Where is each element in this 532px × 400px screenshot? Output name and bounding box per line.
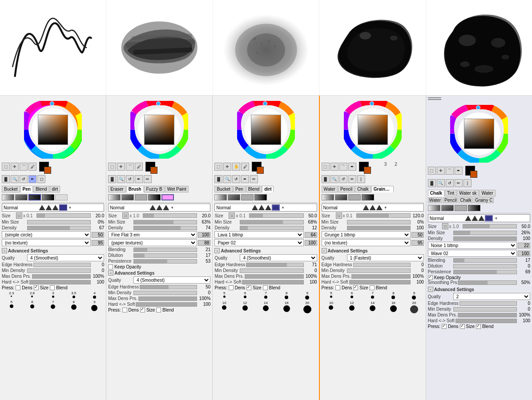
- min-density-slider-3[interactable]: [240, 268, 303, 273]
- density-slider-4[interactable]: [347, 226, 411, 230]
- move-btn-5[interactable]: ✛: [437, 167, 445, 175]
- min-size-slider-4[interactable]: [347, 220, 411, 224]
- edge-hardness-slider-3[interactable]: [246, 263, 303, 267]
- min-size-slider-5[interactable]: [453, 231, 517, 235]
- fill-btn-5[interactable]: ▓: [428, 179, 436, 187]
- press-size-chk-3[interactable]: [246, 285, 251, 290]
- normal-dropdown-5[interactable]: Normal ▼: [428, 214, 530, 222]
- min-density-slider-4[interactable]: [347, 268, 411, 273]
- size-lock-2[interactable]: □: [122, 212, 129, 219]
- brush-tab-pencil-4[interactable]: Pencil: [338, 186, 355, 192]
- normal-dropdown-2[interactable]: Normal ▼: [108, 204, 210, 212]
- fill-btn-2[interactable]: ▓: [108, 175, 116, 183]
- press-dens-chk-5[interactable]: [442, 324, 447, 329]
- sub-tab-grainy-5[interactable]: Grainy C: [474, 197, 494, 203]
- shape-select-3[interactable]: Lava 1 bltmp: [214, 231, 303, 238]
- brush-icon-1a[interactable]: [2, 194, 14, 200]
- pen-btn-2[interactable]: ✒: [135, 175, 143, 183]
- adv-settings-header-1[interactable]: - Advanced Settings: [2, 248, 104, 253]
- max-dens-prs-slider-2[interactable]: [138, 296, 197, 301]
- marker-btn-5[interactable]: |: [463, 179, 472, 187]
- brush-icon-4c[interactable]: [348, 194, 361, 200]
- brush-tab-tint-5[interactable]: Tint: [445, 190, 456, 196]
- select-btn-5[interactable]: ⬚: [428, 167, 436, 175]
- max-dens-prs-slider-5[interactable]: [458, 313, 517, 317]
- press-blend-chk-3[interactable]: [263, 285, 268, 290]
- rotate-tool-btn[interactable]: ↺: [20, 175, 28, 183]
- adv-settings-header-5[interactable]: - Advanced Settings: [428, 287, 530, 292]
- bg-color-5[interactable]: [470, 171, 477, 178]
- size-slider-5[interactable]: [463, 224, 517, 228]
- persistence-slider-5[interactable]: [453, 270, 517, 274]
- brush-tab-dirt-1[interactable]: dirt: [50, 186, 60, 192]
- lasso-tool-btn[interactable]: ⌒: [20, 163, 28, 171]
- lasso-btn-5[interactable]: ⌒: [446, 167, 454, 175]
- adv-settings-header-4[interactable]: - Advanced Settings: [322, 248, 424, 253]
- min-size-slider-3[interactable]: [240, 220, 303, 224]
- brush-tab-bucket-1[interactable]: Bucket: [2, 186, 20, 192]
- texture-select-3[interactable]: Paper 02: [214, 239, 303, 246]
- brush-icon-2c[interactable]: [135, 194, 147, 200]
- quality-select-1[interactable]: 4 (Smoothest): [27, 254, 104, 261]
- brush-tab-watersk-5[interactable]: Water sk: [457, 190, 479, 196]
- bg-color-3[interactable]: [257, 167, 264, 174]
- sub-tab-pencil-5[interactable]: Pencil: [443, 197, 458, 203]
- zoom-tool-btn[interactable]: 🔍: [11, 175, 19, 183]
- press-size-chk-1[interactable]: [34, 285, 39, 290]
- rotate-btn-4[interactable]: ↺: [339, 175, 347, 183]
- hard-soft-slider-4[interactable]: [349, 280, 411, 284]
- edge-hardness-slider-2[interactable]: [140, 285, 197, 289]
- size-lock-3[interactable]: □: [229, 212, 235, 219]
- dilution-slider-2[interactable]: [133, 253, 197, 258]
- fill-btn-3[interactable]: ▓: [214, 175, 222, 183]
- move-tool-btn[interactable]: ✛: [11, 163, 19, 171]
- density-slider-2[interactable]: [133, 226, 197, 230]
- brush-tab-pen-1[interactable]: Pen: [20, 186, 33, 192]
- pencil-btn-4[interactable]: ✏: [348, 175, 356, 183]
- blending-slider-2[interactable]: [133, 248, 197, 252]
- edge-hardness-slider-5[interactable]: [459, 301, 517, 306]
- move-btn-3[interactable]: ✛: [223, 163, 231, 171]
- brush-tab-water-4[interactable]: Water: [322, 186, 338, 192]
- brush-tab-brush-2[interactable]: Brush: [126, 186, 144, 192]
- brush-tab-blend-3[interactable]: Blend: [246, 186, 262, 192]
- size-slider-3[interactable]: [249, 213, 303, 218]
- zoom-btn-5[interactable]: 🔍: [437, 179, 445, 187]
- quality-select-3[interactable]: 4 (Smoothest): [240, 254, 317, 261]
- persistence-slider-2[interactable]: [133, 259, 197, 264]
- select-btn-2[interactable]: ⬚: [108, 163, 116, 171]
- pen-btn-3[interactable]: ✒: [241, 175, 249, 183]
- hard-soft-slider-1[interactable]: [29, 280, 91, 284]
- keep-opacity-chk-2[interactable]: [108, 264, 113, 269]
- edge-hardness-slider-1[interactable]: [33, 263, 91, 267]
- sub-tab-water-5[interactable]: Water: [428, 197, 442, 203]
- fill-tool-btn[interactable]: ▓: [2, 175, 10, 183]
- lasso-btn-4[interactable]: ⌒: [339, 163, 347, 171]
- eraser-tool-btn[interactable]: ◻: [37, 175, 45, 183]
- selection-tool-btn[interactable]: ⬚: [2, 163, 10, 171]
- press-blend-chk-5[interactable]: [476, 324, 481, 329]
- brush-icon-2b[interactable]: [121, 194, 134, 200]
- press-dens-chk-1[interactable]: [16, 285, 20, 290]
- brush-icon-2e[interactable]: [161, 194, 174, 200]
- quality-select-2[interactable]: 4 (Smoothest): [133, 276, 210, 284]
- select-btn-4[interactable]: ⬚: [322, 163, 330, 171]
- quality-select-5[interactable]: 2: [453, 293, 530, 300]
- adv-settings-header-3[interactable]: - Advanced Settings: [214, 248, 317, 253]
- min-size-slider-1[interactable]: [27, 220, 91, 224]
- brush-icon-4d[interactable]: [362, 194, 374, 200]
- brush-tab-grainy-4[interactable]: Grainy C: [371, 186, 394, 192]
- brush-icon-5a[interactable]: [428, 205, 440, 211]
- max-dens-prs-slider-1[interactable]: [32, 274, 91, 279]
- min-density-slider-1[interactable]: [27, 268, 91, 273]
- zoom-btn-2[interactable]: 🔍: [117, 175, 125, 183]
- brush-icon-1e[interactable]: [55, 194, 68, 200]
- shape-select-2[interactable]: Fine Flat 3 em: [108, 231, 197, 238]
- adv-settings-toggle-5[interactable]: -: [428, 287, 433, 292]
- brush-icon-5d[interactable]: [468, 205, 480, 211]
- move-btn-2[interactable]: ✛: [117, 163, 125, 171]
- press-size-chk-2[interactable]: [140, 308, 145, 312]
- density-slider-1[interactable]: [27, 226, 91, 230]
- fill-btn-4[interactable]: ▓: [322, 175, 330, 183]
- brush-icon-1d[interactable]: [42, 194, 54, 200]
